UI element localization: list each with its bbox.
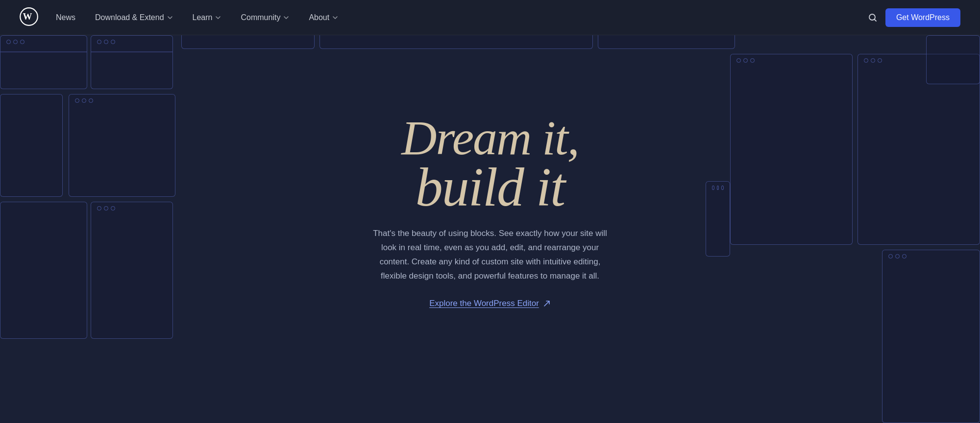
- get-wordpress-button[interactable]: Get WordPress: [885, 8, 960, 27]
- nav-left: W News Download & Extend Learn Community: [20, 7, 340, 28]
- block-decoration: [91, 202, 173, 339]
- search-button[interactable]: [864, 9, 882, 26]
- nav-item-download-extend[interactable]: Download & Extend: [93, 10, 175, 25]
- wordpress-logo-link[interactable]: W: [20, 7, 38, 28]
- block-decoration: [0, 202, 87, 339]
- hero-section: Dream it, build it That's the beauty of …: [0, 0, 980, 423]
- search-icon: [868, 13, 878, 23]
- nav-item-community[interactable]: Community: [239, 10, 291, 25]
- nav-right: Get WordPress: [864, 8, 960, 27]
- main-nav: W News Download & Extend Learn Community: [0, 0, 980, 35]
- block-decoration: [0, 35, 87, 89]
- hero-content: Dream it, build it That's the beauty of …: [368, 115, 612, 309]
- chevron-down-icon: [215, 15, 221, 21]
- block-decoration: [882, 250, 980, 423]
- block-decoration: [926, 35, 980, 84]
- hero-title: Dream it, build it: [368, 115, 612, 213]
- block-decoration: [69, 94, 175, 197]
- chevron-down-icon: [283, 15, 289, 21]
- explore-editor-link[interactable]: Explore the WordPress Editor: [429, 299, 551, 308]
- hero-description: That's the beauty of using blocks. See e…: [368, 227, 612, 283]
- chevron-down-icon: [167, 15, 173, 21]
- chevron-down-icon: [332, 15, 338, 21]
- block-decoration: [730, 54, 853, 245]
- block-decoration: [91, 35, 173, 89]
- nav-item-news[interactable]: News: [54, 10, 77, 25]
- nav-item-learn[interactable]: Learn: [191, 10, 223, 25]
- block-decoration: [858, 54, 980, 245]
- nav-item-about[interactable]: About: [307, 10, 340, 25]
- block-decoration: [706, 181, 730, 257]
- external-link-icon: [543, 300, 551, 307]
- block-decoration: [0, 94, 63, 197]
- svg-text:W: W: [23, 11, 32, 21]
- wordpress-logo-icon: W: [20, 7, 38, 26]
